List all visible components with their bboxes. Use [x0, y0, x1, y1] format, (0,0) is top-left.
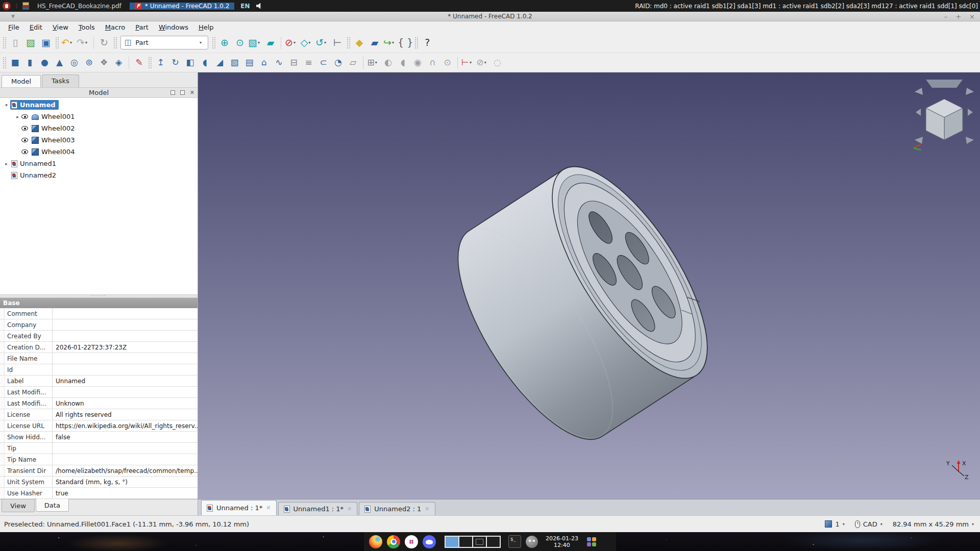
property-row-id[interactable]: Id	[0, 364, 198, 375]
document-tab-unnamed[interactable]: Unnamed : 1* ✕	[201, 500, 277, 515]
tab-tasks[interactable]: Tasks	[42, 74, 79, 87]
menu-file[interactable]: File	[3, 22, 24, 32]
thickness-button[interactable]: ◔	[331, 56, 346, 70]
property-row-creation-date[interactable]: Creation D... 2026-01-22T23:37:23Z	[0, 342, 198, 353]
tab-view[interactable]: View	[2, 499, 35, 512]
tree-expander-icon[interactable]: ▾	[3, 103, 10, 108]
revolve-button[interactable]: ↻	[168, 56, 183, 70]
property-row-license-url[interactable]: License URL https://en.wikipedia.org/wik…	[0, 420, 198, 432]
dropdown-caret-icon[interactable]: ▾	[484, 60, 489, 65]
menu-macro[interactable]: Macro	[100, 22, 130, 32]
dropdown-caret-icon[interactable]: ▾	[324, 40, 329, 45]
tree-item-wheel001[interactable]: ▸ Wheel001	[0, 111, 198, 122]
workbench-selector[interactable]: ◫ Part ▾	[120, 36, 208, 49]
part-cone-button[interactable]: ▲	[52, 56, 67, 70]
open-document-button[interactable]: ▨	[23, 35, 38, 51]
loft-button[interactable]: ⌂	[257, 56, 272, 70]
workspace-3[interactable]	[472, 536, 487, 548]
part-cylinder-button[interactable]: ▮	[22, 56, 37, 70]
navcube-right-arrow[interactable]	[968, 109, 973, 116]
property-row-company[interactable]: Company	[0, 319, 198, 331]
dropdown-caret-icon[interactable]: ▾	[470, 60, 474, 65]
window-tab-pdf[interactable]: HS_FreeCAD_Bookazine.pdf	[32, 3, 127, 10]
make-face-button[interactable]: ▧	[227, 56, 242, 70]
chrome-icon[interactable]	[387, 535, 400, 548]
menu-edit[interactable]: Edit	[24, 22, 47, 32]
tree-item-unnamed[interactable]: ▾ Unnamed	[0, 99, 198, 111]
cross-sections-button[interactable]: ≡	[301, 56, 316, 70]
visibility-eye-icon[interactable]	[21, 114, 28, 119]
property-value[interactable]: Unknown	[53, 398, 198, 409]
3d-scene[interactable]: X Y Z	[198, 72, 980, 499]
close-tab-icon[interactable]: ✕	[266, 505, 271, 511]
property-value[interactable]	[53, 331, 198, 341]
part-tube-button[interactable]: ⊚	[82, 56, 96, 70]
new-document-button[interactable]: ▯	[8, 35, 23, 51]
panel-collapse-icon[interactable]: ▼	[11, 14, 15, 19]
property-row-transient-dir[interactable]: Transient Dir /home/elizabeth/snap/freec…	[0, 465, 198, 477]
visibility-eye-icon[interactable]	[21, 126, 28, 131]
panel-float-icon[interactable]	[180, 90, 185, 95]
dropdown-caret-icon[interactable]: ▾	[308, 40, 313, 45]
ruled-surface-button[interactable]: ▤	[242, 56, 257, 70]
navcube-top-arrow[interactable]	[926, 80, 963, 88]
property-row-unit-system[interactable]: Unit System Standard (mm, kg, s, °)	[0, 477, 198, 488]
slack-icon[interactable]	[405, 535, 418, 548]
maximize-button[interactable]: +	[955, 13, 961, 20]
tree-expander-icon[interactable]: ▸	[3, 161, 10, 166]
navcube-corner-arrow[interactable]	[915, 88, 923, 95]
sync-view-button[interactable]: ▰	[263, 35, 278, 51]
dropdown-caret-icon[interactable]: ▾	[85, 40, 90, 45]
terminal-icon[interactable]: $_	[508, 535, 521, 548]
dropdown-caret-icon[interactable]: ▾	[392, 40, 397, 45]
undo-button[interactable]: ↶ ▾	[60, 35, 76, 51]
navigation-cube[interactable]	[914, 80, 974, 150]
dropdown-caret-icon[interactable]: ▾	[880, 522, 883, 527]
dropdown-caret-icon[interactable]: ▾	[293, 40, 298, 45]
wheel-model[interactable]	[429, 144, 736, 462]
property-row-tip[interactable]: Tip	[0, 443, 198, 454]
create-primitives-button[interactable]: ❖	[96, 56, 111, 70]
panel-close-icon[interactable]: ✕	[190, 89, 194, 96]
draw-style-button[interactable]: ⊘ ▾	[284, 35, 299, 51]
document-tab-unnamed2[interactable]: Unnamed2 : 1 ✕	[359, 502, 435, 515]
property-value[interactable]	[53, 387, 198, 397]
property-row-file-name[interactable]: File Name	[0, 353, 198, 364]
dropdown-caret-icon[interactable]: ▾	[258, 40, 262, 45]
menu-view[interactable]: View	[47, 22, 74, 32]
keyboard-layout-indicator[interactable]: EN	[237, 3, 253, 10]
tree-expander-icon[interactable]: ▸	[14, 114, 21, 119]
property-value[interactable]: /home/elizabeth/snap/freecad/common/temp…	[53, 465, 198, 476]
view-cube-button[interactable]: ◇ ▾	[299, 35, 314, 51]
create-sketch-button[interactable]: ✎	[132, 56, 146, 70]
navcube-corner-arrow[interactable]	[966, 137, 974, 144]
projection-button[interactable]: ▱	[346, 56, 360, 70]
property-value[interactable]	[53, 353, 198, 364]
property-row-last-modified-date[interactable]: Last Modifi... Unknown	[0, 398, 198, 409]
defeaturing-button[interactable]: ◌	[490, 56, 505, 70]
panel-restore-icon[interactable]	[170, 90, 175, 95]
close-tab-icon[interactable]: ✕	[347, 506, 352, 512]
active-layer-selector[interactable]: 1 ▾	[825, 520, 844, 528]
gimp-icon[interactable]	[526, 536, 538, 548]
part-shape-button[interactable]: ◆	[352, 35, 367, 51]
menu-tools[interactable]: Tools	[74, 22, 100, 32]
property-row-use-hasher[interactable]: Use Hasher true	[0, 488, 198, 499]
tab-data[interactable]: Data	[36, 499, 69, 512]
whats-this-button[interactable]: ?	[420, 35, 435, 51]
property-row-label[interactable]: Label Unnamed	[0, 375, 198, 387]
extrude-button[interactable]: ↥	[153, 56, 168, 70]
part-box-button[interactable]: ■	[8, 56, 22, 70]
property-value[interactable]: Standard (mm, kg, s, °)	[53, 477, 198, 487]
shape-builder-button[interactable]: ◈	[111, 56, 126, 70]
dropdown-caret-icon[interactable]: ▾	[200, 40, 204, 45]
section-button[interactable]: ⊟	[286, 56, 301, 70]
tree-item-wheel004[interactable]: Wheel004	[0, 146, 198, 158]
property-value[interactable]: 2026-01-22T23:37:23Z	[53, 342, 198, 353]
compound-tools-button[interactable]: ⊞ ▾	[366, 56, 381, 70]
document-tab-unnamed1[interactable]: Unnamed1 : 1* ✕	[278, 502, 358, 515]
part-torus-button[interactable]: ◎	[67, 56, 82, 70]
property-value[interactable]	[53, 319, 198, 330]
firefox-icon[interactable]	[369, 535, 382, 548]
property-value[interactable]	[53, 308, 198, 319]
